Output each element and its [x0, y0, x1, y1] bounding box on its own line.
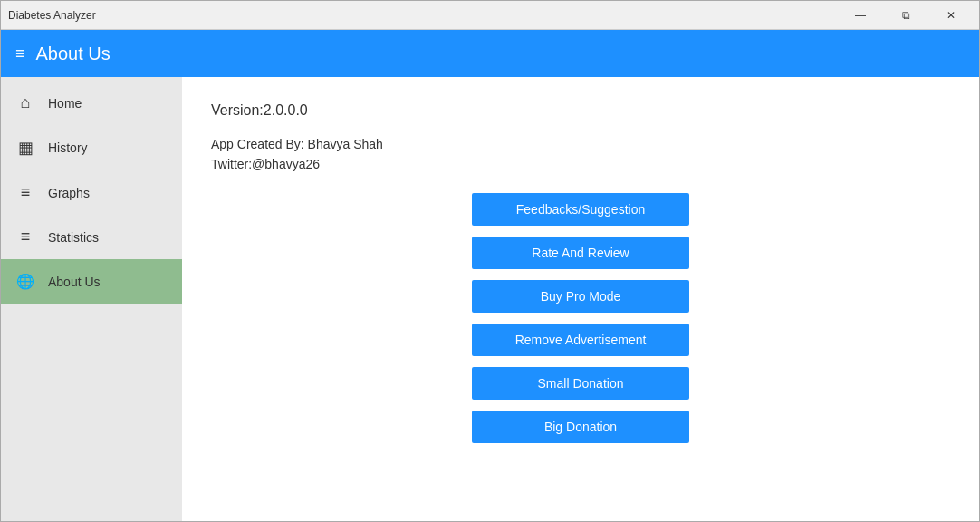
sidebar: Home History Graphs Statistics About Us — [1, 77, 182, 522]
sidebar-item-about-us[interactable]: About Us — [1, 259, 182, 304]
rate-review-button[interactable]: Rate And Review — [472, 237, 689, 269]
main-layout: Home History Graphs Statistics About Us … — [1, 77, 979, 522]
app-header: ≡ About Us — [1, 30, 979, 77]
maximize-button[interactable]: ⧉ — [885, 1, 927, 30]
aboutus-icon — [15, 272, 35, 291]
history-icon — [15, 138, 35, 158]
home-icon — [15, 93, 35, 112]
version-text: Version:2.0.0.0 — [211, 102, 950, 119]
buy-pro-button[interactable]: Buy Pro Mode — [472, 280, 689, 313]
sidebar-item-home[interactable]: Home — [1, 81, 182, 125]
creator-text: App Created By: Bhavya Shah — [211, 137, 950, 151]
header-title: About Us — [36, 44, 110, 64]
graphs-icon — [15, 183, 35, 202]
remove-ads-button[interactable]: Remove Advertisement — [472, 324, 689, 356]
sidebar-label-statistics: Statistics — [48, 230, 99, 245]
feedbacks-button[interactable]: Feedbacks/Suggestion — [472, 193, 689, 226]
big-donation-button[interactable]: Big Donation — [472, 411, 689, 443]
action-buttons-area: Feedbacks/Suggestion Rate And Review Buy… — [211, 193, 950, 443]
sidebar-label-graphs: Graphs — [48, 186, 90, 200]
content-area: Version:2.0.0.0 App Created By: Bhavya S… — [182, 77, 979, 522]
sidebar-item-history[interactable]: History — [1, 125, 182, 170]
sidebar-item-statistics[interactable]: Statistics — [1, 215, 182, 259]
sidebar-label-home: Home — [48, 96, 82, 111]
title-bar: Diabetes Analyzer — ⧉ ✕ — [1, 1, 979, 30]
sidebar-item-graphs[interactable]: Graphs — [1, 170, 182, 215]
title-bar-controls: — ⧉ ✕ — [840, 1, 972, 30]
small-donation-button[interactable]: Small Donation — [472, 367, 689, 400]
close-button[interactable]: ✕ — [930, 1, 972, 30]
hamburger-icon[interactable]: ≡ — [15, 44, 25, 63]
statistics-icon — [15, 227, 35, 246]
sidebar-label-about-us: About Us — [48, 275, 101, 289]
twitter-text: Twitter:@bhavya26 — [211, 157, 950, 171]
app-title-text: Diabetes Analyzer — [8, 9, 96, 22]
title-bar-left: Diabetes Analyzer — [8, 9, 96, 22]
minimize-button[interactable]: — — [840, 1, 881, 30]
sidebar-label-history: History — [48, 140, 88, 155]
